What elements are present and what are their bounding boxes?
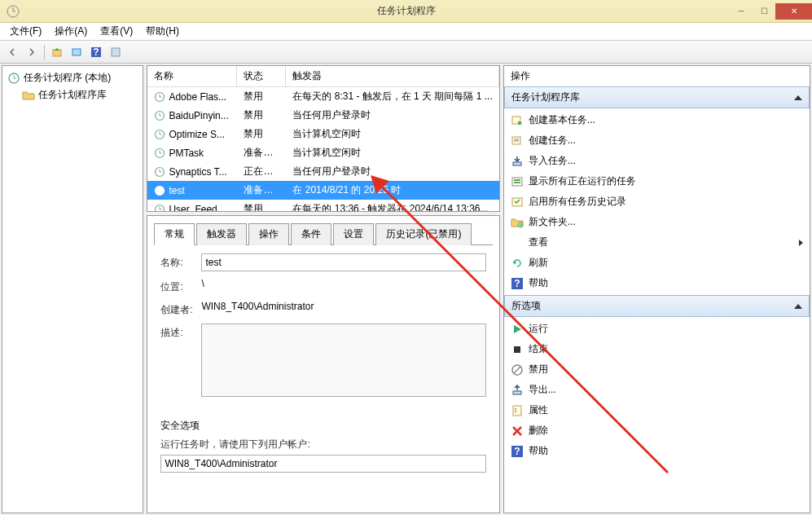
clock-icon [154,129,165,140]
task-status: 准备就绪 [237,143,286,162]
name-label: 名称: [160,253,201,270]
col-header-name[interactable]: 名称 [147,66,237,86]
task-row[interactable]: Adobe Flas...禁用在每天的 8:31 - 触发后，在 1 天 期间每… [147,87,498,106]
security-text: 运行任务时，请使用下列用户帐户: [160,438,485,451]
action-show-running[interactable]: 显示所有正在运行的任务 [504,171,810,191]
action-import[interactable]: 导入任务... [504,151,810,171]
group-selected-header[interactable]: 所选项 [504,295,810,317]
app-icon [7,5,20,18]
back-button[interactable] [3,43,21,61]
action-label: 结束 [529,342,548,356]
clock-icon [7,72,20,85]
task-status: 准备就绪 [237,181,286,200]
task-row[interactable]: Optimize S...禁用当计算机空闲时 [147,125,498,143]
svg-line-51 [514,367,520,373]
col-header-status[interactable]: 状态 [237,66,286,86]
export-icon [511,384,524,397]
task-row[interactable]: BaiduPinyin...禁用当任何用户登录时 [147,106,498,125]
svg-point-54 [515,408,516,410]
task-trigger: 当计算机空闲时 [286,143,498,162]
svg-rect-39 [514,179,520,181]
svg-rect-52 [513,391,521,394]
svg-rect-53 [513,406,521,416]
tab-history[interactable]: 历史记录(已禁用) [375,223,472,245]
action-view[interactable]: 查看 [504,232,810,253]
action-create-basic[interactable]: 创建基本任务... [504,110,810,130]
tab-general[interactable]: 常规 [154,223,195,245]
actions-header: 操作 [504,66,810,86]
security-title: 安全选项 [160,419,485,433]
action-label: 新文件夹... [529,215,576,229]
view-icon [511,236,524,249]
task-row[interactable]: PMTask准备就绪当计算机空闲时 [147,143,498,162]
name-field[interactable] [201,253,485,271]
collapse-icon [794,304,802,309]
action-delete[interactable]: 删除 [504,420,810,441]
action-refresh[interactable]: 刷新 [504,253,810,273]
action-label: 帮助 [529,444,548,458]
svg-rect-37 [513,162,521,165]
tab-actions[interactable]: 操作 [248,223,289,245]
svg-point-55 [515,411,516,412]
close-button[interactable]: ✕ [775,3,812,20]
action-properties[interactable]: 属性 [504,400,810,420]
create-basic-icon [511,114,524,127]
action-help[interactable]: ?帮助 [504,273,810,293]
disable-icon [511,363,524,376]
forward-button[interactable] [23,43,41,61]
action-help[interactable]: ?帮助 [504,441,810,461]
tree-panel: 任务计划程序 (本地) 任务计划程序库 [2,65,143,513]
chevron-right-icon [799,240,803,246]
security-account: WIN8_T400\Administrator [160,455,485,473]
group-library-header[interactable]: 任务计划程序库 [504,86,810,108]
menu-view[interactable]: 查看(V) [94,23,139,40]
task-status: 禁用 [237,125,286,143]
toolbar-icon-2[interactable] [107,43,125,61]
col-header-trigger[interactable]: 触发器 [286,66,498,86]
action-end[interactable]: 结束 [504,339,810,359]
tab-conditions[interactable]: 条件 [291,223,331,245]
task-trigger: 当任何用户登录时 [286,106,498,125]
action-label: 导入任务... [529,154,576,168]
svg-marker-48 [514,325,521,333]
action-new-folder[interactable]: 新文件夹... [504,212,810,232]
menu-help[interactable]: 帮助(H) [139,23,186,40]
desc-field[interactable] [201,324,485,397]
action-disable[interactable]: 禁用 [504,359,810,380]
delete-icon [511,425,524,438]
task-trigger: 在每天的 8:31 - 触发后，在 1 天 期间每隔 1 ... [286,87,498,106]
minimize-button[interactable]: ─ [730,3,753,20]
toolbar-icon-1[interactable] [68,43,86,61]
maximize-button[interactable]: ☐ [753,3,775,20]
action-label: 启用所有任务历史记录 [529,195,626,209]
run-icon [511,323,524,336]
help-icon[interactable]: ? [87,43,105,61]
action-export[interactable]: 导出... [504,380,810,400]
tab-settings[interactable]: 设置 [333,223,374,245]
tree-root[interactable]: 任务计划程序 (本地) [6,69,139,86]
action-label: 属性 [529,403,548,417]
svg-point-33 [517,121,522,125]
task-row[interactable]: User_Feed_...禁用在每天的 13:36 - 触发器在 2024/6/… [147,200,498,212]
task-trigger: 在每天的 13:36 - 触发器在 2024/6/14 13:36... [286,200,498,212]
action-create[interactable]: 创建任务... [504,130,810,151]
menu-action[interactable]: 操作(A) [48,23,94,40]
task-row[interactable]: test准备就绪在 2014/8/21 的 20:25 时 [147,181,498,200]
tree-library[interactable]: 任务计划程序库 [6,86,139,103]
menu-file[interactable]: 文件(F) [3,23,48,40]
detail-panel: 常规 触发器 操作 条件 设置 历史记录(已禁用) 名称: 位置: \ 创建者:… [147,215,499,513]
end-icon [511,343,524,356]
group-library-title: 任务计划程序库 [511,90,580,104]
clock-icon [154,185,165,196]
action-enable-history[interactable]: 启用所有任务历史记录 [504,191,810,212]
group-selected-title: 所选项 [511,299,541,313]
import-icon [511,155,524,168]
task-name: Synaptics T... [169,166,226,178]
task-name: PMTask [169,147,204,159]
task-name: Optimize S... [169,129,225,140]
task-row[interactable]: Synaptics T...正在运行当任何用户登录时 [147,162,498,181]
up-button[interactable] [48,43,66,61]
tab-triggers[interactable]: 触发器 [196,223,247,245]
action-run[interactable]: 运行 [504,319,810,339]
window-title: 任务计划程序 [377,4,436,18]
